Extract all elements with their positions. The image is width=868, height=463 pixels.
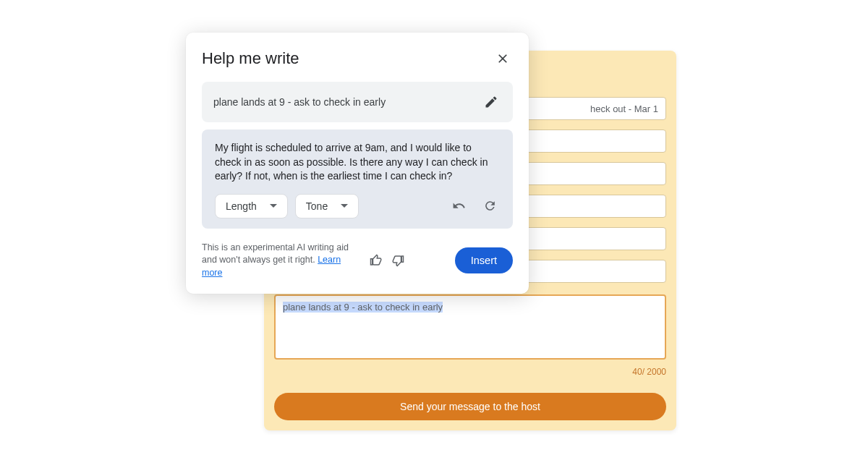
tone-dropdown[interactable]: Tone (295, 194, 359, 218)
feedback-thumbs (367, 251, 407, 270)
thumbs-up-icon (370, 254, 383, 267)
char-counter: 40/ 2000 (274, 367, 666, 377)
prompt-row: plane lands at 9 - ask to check in early (202, 82, 513, 122)
dialog-header: Help me write (202, 48, 513, 69)
chevron-down-icon (341, 204, 348, 208)
help-me-write-dialog: Help me write plane lands at 9 - ask to … (186, 33, 529, 294)
refresh-icon (483, 199, 497, 213)
adjustment-pills: Length Tone (215, 194, 359, 218)
edit-prompt-button[interactable] (481, 92, 501, 112)
tone-label: Tone (306, 200, 328, 212)
disclaimer-text: This is an experimental AI writing aid a… (202, 242, 361, 280)
send-message-button[interactable]: Send your message to the host (274, 393, 666, 420)
dialog-footer: This is an experimental AI writing aid a… (202, 242, 513, 280)
length-label: Length (226, 200, 257, 212)
undo-icon (452, 199, 466, 213)
result-box: My flight is scheduled to arrive at 9am,… (202, 129, 513, 229)
pencil-icon (484, 95, 498, 109)
message-text: plane lands at 9 - ask to check in early (283, 302, 443, 313)
thumbs-up-button[interactable] (367, 251, 386, 270)
regenerate-button[interactable] (480, 196, 500, 216)
dialog-title: Help me write (202, 49, 299, 68)
result-controls: Length Tone (215, 194, 500, 218)
length-dropdown[interactable]: Length (215, 194, 288, 218)
thumbs-down-button[interactable] (388, 251, 407, 270)
thumbs-down-icon (391, 254, 404, 267)
result-action-icons (449, 196, 500, 216)
undo-button[interactable] (449, 196, 469, 216)
dates-value: heck out - Mar 1 (590, 103, 658, 114)
close-button[interactable] (493, 48, 513, 69)
message-textarea[interactable]: plane lands at 9 - ask to check in early (274, 294, 666, 360)
close-icon (495, 51, 510, 66)
disclaimer: This is an experimental AI writing aid a… (202, 242, 443, 280)
result-text: My flight is scheduled to arrive at 9am,… (215, 141, 500, 184)
chevron-down-icon (270, 204, 277, 208)
prompt-text: plane lands at 9 - ask to check in early (213, 96, 386, 108)
insert-button[interactable]: Insert (455, 247, 513, 273)
